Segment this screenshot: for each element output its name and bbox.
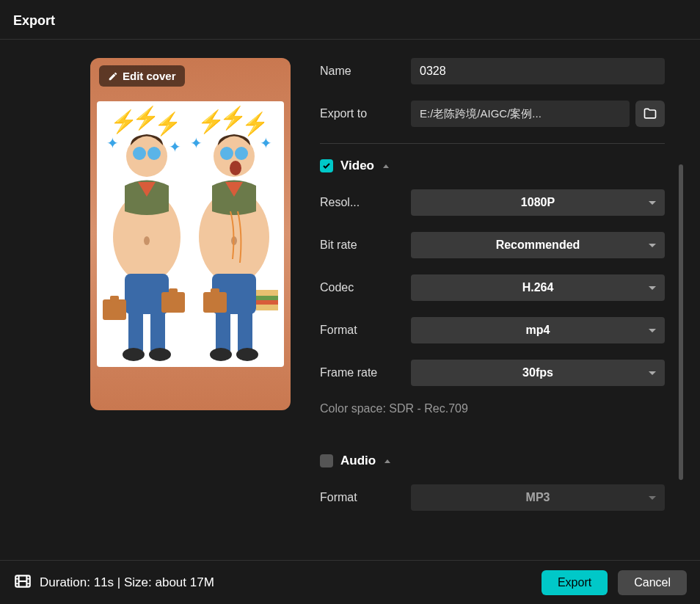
video-checkbox[interactable]	[320, 159, 333, 172]
bitrate-select[interactable]: Recommended	[411, 232, 665, 258]
cancel-button[interactable]: Cancel	[618, 570, 687, 595]
audio-checkbox[interactable]	[320, 454, 333, 467]
dialog-header: Export	[0, 0, 700, 40]
framerate-value: 30fps	[522, 366, 553, 379]
svg-rect-12	[161, 292, 185, 313]
divider	[320, 143, 665, 144]
caret-up-icon	[384, 459, 390, 463]
edit-cover-label: Edit cover	[123, 70, 176, 82]
format-label: Format	[320, 324, 411, 337]
audio-section-title: Audio	[340, 454, 376, 468]
svg-rect-22	[238, 310, 252, 351]
name-label: Name	[320, 65, 411, 78]
svg-rect-13	[169, 288, 178, 294]
chevron-down-icon	[649, 496, 656, 500]
codec-value: H.264	[522, 281, 554, 294]
svg-point-2	[147, 147, 161, 160]
chevron-down-icon	[649, 286, 656, 290]
codec-select[interactable]: H.264	[411, 274, 665, 301]
colorspace-info: Color space: SDR - Rec.709	[320, 402, 665, 415]
scrollbar[interactable]	[679, 164, 683, 480]
export-path[interactable]: E:/老陈跨境/AIGC/案例...	[411, 101, 630, 127]
svg-rect-29	[256, 300, 278, 305]
video-section-title: Video	[340, 159, 374, 173]
resolution-value: 1080P	[521, 196, 555, 209]
settings-panel: Name Export to E:/老陈跨境/AIGC/案例... Video	[320, 53, 687, 540]
cover-preview: Edit cover ⚡ ⚡ ⚡ ✦ ✦	[90, 58, 291, 410]
svg-rect-30	[256, 305, 278, 310]
svg-point-1	[133, 147, 146, 160]
edit-cover-button[interactable]: Edit cover	[99, 65, 185, 87]
svg-point-15	[220, 147, 233, 160]
browse-folder-button[interactable]	[635, 101, 665, 127]
dialog-content: Edit cover ⚡ ⚡ ⚡ ✦ ✦	[0, 40, 700, 553]
svg-point-9	[149, 348, 171, 361]
name-input[interactable]	[411, 58, 665, 84]
svg-point-4	[144, 236, 150, 245]
svg-rect-27	[256, 290, 278, 296]
chevron-down-icon	[649, 201, 656, 205]
check-icon	[322, 161, 331, 170]
resolution-select[interactable]: 1080P	[411, 189, 665, 216]
audio-format-select[interactable]: MP3	[411, 484, 665, 511]
audio-section-header[interactable]: Audio	[320, 454, 665, 468]
bitrate-label: Bit rate	[320, 239, 411, 252]
duration-size-info: Duration: 11s | Size: about 17M	[40, 575, 214, 590]
resolution-label: Resol...	[320, 196, 411, 209]
framerate-label: Frame rate	[320, 366, 411, 379]
chevron-down-icon	[649, 371, 656, 375]
codec-label: Codec	[320, 281, 411, 294]
svg-rect-21	[216, 310, 230, 351]
cover-image: ⚡ ⚡ ⚡ ✦ ✦	[97, 101, 284, 367]
svg-point-23	[210, 348, 232, 361]
svg-rect-6	[128, 310, 143, 351]
cover-panel: Edit cover ⚡ ⚡ ⚡ ✦ ✦	[13, 53, 291, 540]
svg-point-24	[236, 348, 258, 361]
chevron-down-icon	[649, 244, 656, 247]
audio-format-label: Format	[320, 491, 411, 504]
export-button[interactable]: Export	[542, 570, 608, 595]
format-value: mp4	[526, 324, 550, 337]
film-icon	[13, 572, 32, 594]
format-select[interactable]: mp4	[411, 317, 665, 343]
exportto-label: Export to	[320, 107, 411, 120]
svg-point-8	[123, 348, 145, 361]
audio-format-value: MP3	[526, 491, 550, 504]
folder-icon	[643, 106, 657, 121]
svg-point-17	[230, 161, 241, 175]
video-section-header[interactable]: Video	[320, 159, 665, 173]
svg-rect-26	[211, 288, 219, 294]
caret-up-icon	[383, 164, 389, 168]
dialog-title: Export	[13, 13, 687, 29]
svg-rect-7	[150, 310, 165, 351]
svg-rect-28	[256, 296, 278, 300]
dialog-footer: Duration: 11s | Size: about 17M Export C…	[0, 560, 700, 604]
chevron-down-icon	[649, 329, 656, 332]
svg-rect-10	[103, 299, 126, 320]
svg-point-16	[235, 147, 248, 160]
framerate-select[interactable]: 30fps	[411, 360, 665, 386]
svg-rect-25	[203, 292, 227, 313]
svg-rect-11	[110, 296, 119, 302]
pencil-icon	[108, 71, 118, 81]
bitrate-value: Recommended	[496, 239, 580, 252]
